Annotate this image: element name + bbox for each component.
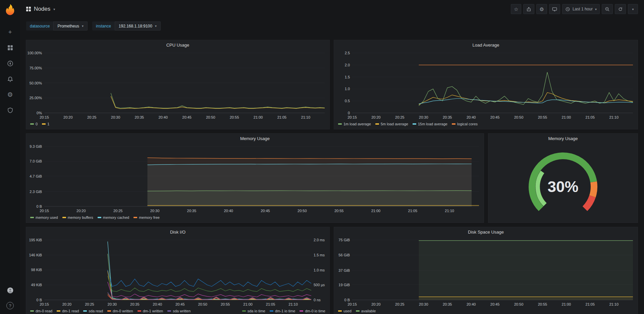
svg-text:50.00%: 50.00% (30, 81, 42, 85)
svg-text:20:40: 20:40 (153, 302, 162, 306)
dashboard-title-group[interactable]: Nodes ▾ (26, 6, 55, 12)
svg-text:500 µs: 500 µs (314, 283, 325, 287)
svg-text:20:50: 20:50 (514, 302, 524, 306)
svg-text:20:45: 20:45 (175, 302, 185, 306)
panel-title[interactable]: Memory Usage (488, 134, 638, 143)
svg-text:75.00%: 75.00% (30, 66, 42, 70)
legend-item[interactable]: 1 (42, 122, 49, 126)
svg-text:20:25: 20:25 (113, 209, 123, 213)
memory-usage-chart[interactable]: 0 B2.3 GiB4.7 GiB7.0 GiB9.3 GiB20:1520:2… (26, 143, 484, 214)
legend-item[interactable]: dm-0 io time (300, 309, 325, 313)
legend-item[interactable]: dm-1 written (138, 309, 163, 313)
settings-button[interactable]: ⚙ (536, 4, 547, 14)
legend-item[interactable]: 1m load average (338, 122, 371, 126)
svg-text:21:10: 21:10 (445, 209, 454, 213)
svg-text:21:05: 21:05 (266, 302, 275, 306)
grafana-logo-icon[interactable] (4, 3, 16, 15)
legend-item[interactable]: memory buffers (62, 215, 93, 219)
svg-text:4.7 GiB: 4.7 GiB (30, 174, 42, 178)
legend-item[interactable]: 5m load average (375, 122, 408, 126)
legend-item[interactable]: sda written (167, 309, 191, 313)
legend-item[interactable]: logical cores (452, 122, 478, 126)
configuration-gear-icon[interactable]: ⚙ (7, 91, 13, 98)
chevron-down-icon: ▾ (595, 7, 597, 11)
panel-title[interactable]: CPU Usage (26, 40, 329, 50)
sidebar: + ⚙ ? (0, 0, 20, 314)
create-plus-icon[interactable]: + (8, 29, 12, 35)
disk-space-chart[interactable]: 0 B19 GiB37 GiB56 GiB75 GiB20:1520:2020:… (334, 237, 638, 308)
svg-text:20:20: 20:20 (371, 115, 381, 119)
load-legend: 1m load average5m load average15m load a… (334, 121, 638, 129)
svg-text:30%: 30% (547, 178, 578, 195)
svg-text:20:15: 20:15 (347, 302, 357, 306)
legend-item[interactable]: 15m load average (413, 122, 447, 126)
alerting-bell-icon[interactable] (7, 76, 13, 82)
refresh-icon (618, 7, 623, 12)
chevron-down-icon: ▾ (82, 24, 84, 28)
svg-text:98 KiB: 98 KiB (31, 268, 42, 272)
svg-text:2.5: 2.5 (345, 51, 350, 55)
share-button[interactable] (523, 4, 534, 14)
panel-title[interactable]: Memory Usage (26, 134, 484, 143)
load-average-chart[interactable]: 00.51.01.52.02.520:1520:2020:2520:3020:3… (334, 50, 638, 121)
panel-title[interactable]: Load Average (334, 40, 638, 50)
legend-swatch (57, 310, 60, 312)
svg-text:20:55: 20:55 (538, 302, 547, 306)
svg-text:100.00%: 100.00% (28, 51, 42, 55)
legend-item[interactable]: memory free (133, 215, 160, 219)
chevron-down-icon: ▾ (53, 7, 55, 11)
legend-label: dm-0 read (36, 309, 52, 313)
refresh-button[interactable] (615, 4, 626, 14)
star-button[interactable]: ☆ (511, 4, 521, 14)
zoom-out-button[interactable] (602, 4, 613, 14)
legend-item[interactable]: dm-0 read (30, 309, 52, 313)
variable-datasource-text: Prometheus (57, 24, 79, 28)
legend-item[interactable]: sda read (83, 309, 103, 313)
svg-text:20:30: 20:30 (108, 302, 117, 306)
dashboard-title[interactable]: Nodes (34, 6, 50, 12)
svg-text:49 KiB: 49 KiB (31, 283, 42, 287)
panel-title[interactable]: Disk I/O (26, 227, 329, 237)
legend-item[interactable]: available (356, 309, 376, 313)
user-avatar[interactable] (5, 285, 15, 295)
time-picker-button[interactable]: Last 1 hour ▾ (562, 4, 600, 14)
star-icon: ☆ (514, 7, 518, 12)
svg-text:20:50: 20:50 (198, 302, 207, 306)
variable-datasource-value[interactable]: Prometheus ▾ (53, 21, 88, 30)
legend-item[interactable]: used (338, 309, 352, 313)
help-icon[interactable]: ? (6, 302, 14, 309)
dashboard-grid-area: CPU Usage 0%25.00%50.00%75.00%100.00%20:… (20, 36, 644, 314)
legend-item[interactable]: 0 (30, 122, 38, 126)
legend-item[interactable]: dm-1 read (57, 309, 79, 313)
legend-item[interactable]: memory used (30, 215, 58, 219)
cpu-usage-chart[interactable]: 0%25.00%50.00%75.00%100.00%20:1520:2020:… (26, 50, 329, 121)
legend-label: dm-0 written (113, 309, 133, 313)
share-icon (526, 7, 531, 12)
legend-swatch (30, 217, 34, 218)
refresh-interval-button[interactable]: ▾ (628, 4, 638, 14)
dashboards-icon[interactable] (7, 44, 13, 51)
legend-item[interactable]: dm-1 io time (270, 309, 296, 313)
top-navbar: Nodes ▾ ☆ ⚙ Last 1 hour ▾ ▾ (20, 0, 644, 18)
svg-text:21:05: 21:05 (586, 115, 595, 119)
panel-load-average: Load Average 00.51.01.52.02.520:1520:202… (334, 40, 638, 129)
admin-shield-icon[interactable] (7, 107, 13, 114)
explore-compass-icon[interactable] (7, 60, 13, 67)
legend-item[interactable]: dm-0 written (107, 309, 133, 313)
legend-item[interactable]: memory cached (98, 215, 129, 219)
panel-title[interactable]: Disk Space Usage (334, 227, 638, 237)
legend-swatch (413, 123, 416, 125)
svg-text:20:55: 20:55 (221, 302, 230, 306)
svg-text:19 GiB: 19 GiB (338, 283, 350, 287)
svg-text:20:30: 20:30 (419, 115, 428, 119)
clock-icon (565, 7, 570, 12)
svg-text:21:00: 21:00 (243, 302, 253, 306)
main-area: Nodes ▾ ☆ ⚙ Last 1 hour ▾ ▾ (20, 0, 644, 314)
sidebar-menu: + ⚙ (7, 29, 13, 114)
cycle-view-button[interactable] (549, 4, 560, 14)
legend-swatch (98, 217, 101, 218)
memory-usage-gauge[interactable]: 30% (488, 143, 638, 223)
variable-instance-value[interactable]: 192.168.1.18:9100 ▾ (115, 21, 161, 30)
disk-io-chart[interactable]: 0 B49 KiB98 KiB146 KiB195 KiB0 ns500 µs1… (26, 237, 329, 308)
legend-item[interactable]: sda io time (242, 309, 265, 313)
